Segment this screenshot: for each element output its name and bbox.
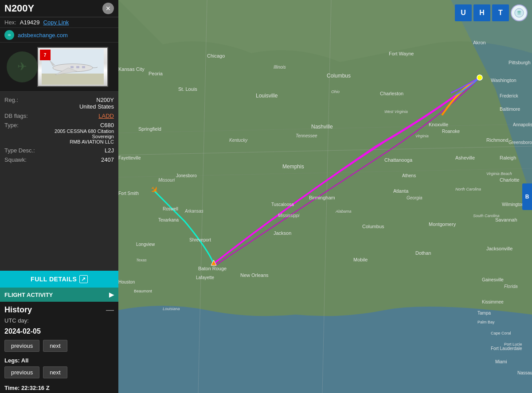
- svg-text:Beaumont: Beaumont: [134, 289, 153, 293]
- type-desc-row: Type Desc.: L2J: [4, 146, 114, 155]
- previous-date-button[interactable]: previous: [4, 340, 39, 352]
- svg-text:Tennessee: Tennessee: [296, 133, 317, 138]
- svg-text:Peoria: Peoria: [149, 71, 163, 76]
- next-date-button[interactable]: next: [43, 340, 67, 352]
- svg-text:Atlanta: Atlanta: [393, 188, 409, 194]
- website-link[interactable]: adsbexchange.com: [18, 32, 68, 39]
- svg-text:Mississippi: Mississippi: [278, 213, 300, 218]
- map-btn-t[interactable]: T: [492, 4, 509, 21]
- svg-text:Greensboro: Greensboro: [509, 140, 532, 145]
- svg-text:Kentucky: Kentucky: [229, 138, 248, 143]
- db-flags-row: DB flags: LADD: [4, 111, 114, 121]
- svg-text:Florida: Florida: [504, 284, 518, 289]
- info-section: Reg.: N200Y United States DB flags: LADD…: [0, 92, 118, 271]
- svg-text:Wilmington: Wilmington: [502, 202, 524, 207]
- svg-text:Mobile: Mobile: [353, 257, 368, 262]
- map-background: ✈ Peoria Chicago Columbus Fort Wayne Akr…: [118, 0, 532, 393]
- svg-text:Fort Wayne: Fort Wayne: [389, 51, 414, 56]
- svg-text:Chicago: Chicago: [207, 53, 225, 58]
- svg-text:Akron: Akron: [473, 40, 486, 45]
- svg-text:Fayetteville: Fayetteville: [118, 156, 141, 160]
- close-button[interactable]: ✕: [102, 3, 114, 14]
- squawk-row: Squawk: 2407: [4, 155, 114, 164]
- type-row: Type: C680 2005 CESSNA 680 Citation Sove…: [4, 121, 114, 146]
- svg-text:Columbus: Columbus: [362, 224, 384, 229]
- full-details-label: FULL DETAILS: [31, 276, 77, 283]
- right-edge-button[interactable]: B: [522, 183, 532, 210]
- svg-text:Louisiana: Louisiana: [163, 307, 180, 311]
- svg-text:Nashville: Nashville: [311, 124, 333, 130]
- map-terrain: ✈ Peoria Chicago Columbus Fort Wayne Akr…: [118, 0, 532, 393]
- external-link-icon: ↗: [79, 275, 88, 283]
- date-display: 2024-02-05: [0, 326, 118, 338]
- svg-point-14: [477, 75, 482, 80]
- hex-row: Hex: A19429 Copy Link: [0, 17, 118, 28]
- utc-day-label: UTC day:: [0, 315, 118, 326]
- aircraft-silhouette: ✈: [7, 51, 38, 82]
- svg-rect-4: [42, 74, 104, 85]
- svg-text:Washington: Washington: [491, 78, 516, 83]
- history-header: History —: [0, 302, 118, 315]
- type-label: Type:: [4, 122, 19, 128]
- svg-rect-7: [76, 66, 79, 68]
- copy-link-button[interactable]: Copy Link: [43, 19, 69, 26]
- svg-text:Fort Lauderdale: Fort Lauderdale: [491, 346, 522, 351]
- svg-text:Longview: Longview: [136, 242, 155, 247]
- previous-leg-button[interactable]: previous: [4, 366, 39, 378]
- svg-text:Texarkana: Texarkana: [158, 218, 179, 222]
- history-section: History — UTC day: 2024-02-05 previous n…: [0, 302, 118, 393]
- squawk-value: 2407: [101, 156, 114, 163]
- svg-text:Kissimmee: Kissimmee: [482, 300, 504, 304]
- aircraft-title: N200Y: [4, 3, 34, 14]
- history-minimize-button[interactable]: —: [106, 305, 114, 315]
- svg-text:✈: ✈: [17, 60, 27, 73]
- svg-text:Illinois: Illinois: [274, 65, 286, 70]
- svg-text:Pittsburgh: Pittsburgh: [509, 60, 531, 65]
- svg-text:Tuscaloosa: Tuscaloosa: [271, 202, 294, 207]
- svg-text:Nassau: Nassau: [517, 370, 532, 375]
- svg-text:Jackson: Jackson: [274, 230, 291, 236]
- svg-text:Arkansas: Arkansas: [184, 209, 203, 214]
- svg-text:Tampa: Tampa: [477, 311, 491, 315]
- svg-text:Houston: Houston: [118, 280, 135, 284]
- legs-nav-buttons: previous next: [0, 365, 118, 382]
- svg-text:Virginia Beach: Virginia Beach: [486, 171, 512, 176]
- reg-value: N200Y: [96, 97, 114, 103]
- svg-text:Frederick: Frederick: [500, 93, 519, 98]
- flight-activity-button[interactable]: FLIGHT ACTIVITY ▶: [0, 288, 118, 302]
- reg-row: Reg.: N200Y United States: [4, 95, 114, 111]
- next-leg-button[interactable]: next: [43, 366, 67, 378]
- svg-text:Alabama: Alabama: [335, 209, 352, 214]
- map-btn-h[interactable]: H: [473, 4, 490, 21]
- map-btn-u[interactable]: U: [455, 4, 472, 21]
- svg-text:Gainesville: Gainesville: [482, 277, 504, 282]
- svg-text:Texas: Texas: [136, 258, 147, 262]
- aircraft-desc: 2005 CESSNA 680 Citation Sovereign: [52, 128, 114, 139]
- svg-text:Louisville: Louisville: [256, 93, 278, 99]
- flight-activity-label: FLIGHT ACTIVITY: [4, 292, 53, 298]
- svg-text:Richmond: Richmond: [486, 137, 509, 143]
- svg-text:Missouri: Missouri: [158, 178, 175, 183]
- svg-text:North Carolina: North Carolina: [455, 187, 481, 191]
- svg-text:New Orleans: New Orleans: [240, 272, 269, 278]
- svg-text:Ohio: Ohio: [331, 89, 340, 94]
- map-layers-button[interactable]: [511, 4, 528, 21]
- type-value: C680: [100, 122, 114, 128]
- country-value: United States: [79, 103, 114, 110]
- operator-value: RMB AVIATION LLC: [70, 139, 114, 144]
- svg-text:South Carolina: South Carolina: [473, 214, 500, 218]
- time-display: Time: 22:32:16 Z: [0, 382, 118, 393]
- aircraft-photo: 7: [37, 47, 108, 87]
- svg-text:Kansas City: Kansas City: [118, 66, 145, 72]
- svg-text:Birmingham: Birmingham: [309, 195, 335, 200]
- svg-text:Raleigh: Raleigh: [500, 155, 516, 160]
- full-details-button[interactable]: FULL DETAILS ↗: [0, 271, 118, 288]
- db-flags-value[interactable]: LADD: [98, 113, 114, 119]
- map-controls: U H T: [455, 4, 528, 21]
- svg-text:Annapolis: Annapolis: [513, 122, 532, 127]
- type-desc-label: Type Desc.:: [4, 147, 35, 154]
- svg-text:Baton Rouge: Baton Rouge: [198, 266, 227, 271]
- history-title: History: [4, 305, 32, 315]
- db-flags-label: DB flags:: [4, 113, 28, 119]
- svg-text:Cape Coral: Cape Coral: [491, 331, 511, 335]
